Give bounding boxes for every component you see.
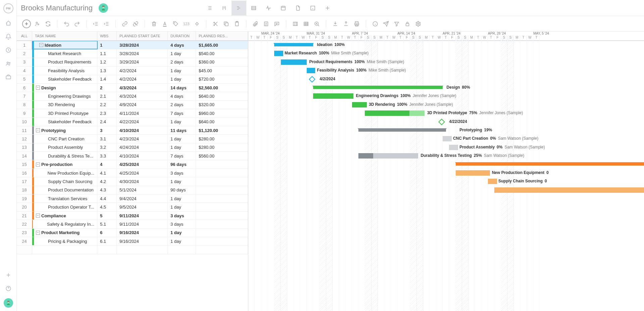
start-cell[interactable]: 9/11/2024 [117, 220, 168, 228]
task-cell[interactable]: Translation Services [32, 194, 97, 203]
duration-cell[interactable]: 1 day [168, 135, 196, 143]
clock-icon[interactable] [5, 46, 12, 54]
gantt-bar[interactable] [443, 136, 452, 141]
wbs-cell[interactable]: 4.3 [97, 186, 117, 194]
task-cell[interactable]: Stakeholder Feedback [32, 118, 97, 126]
row-number[interactable]: 19 [17, 194, 32, 203]
start-cell[interactable]: 5/1/2024 [117, 186, 168, 194]
start-cell[interactable]: 4/24/2024 [117, 143, 168, 151]
wbs-cell[interactable]: 2.2 [97, 101, 117, 109]
gantt-bar[interactable] [456, 170, 490, 176]
table-row[interactable]: 13Product Assembly3.24/24/20241 day$280.… [17, 143, 248, 152]
format-123-icon[interactable]: 123 [182, 19, 191, 28]
wbs-cell[interactable]: 5 [97, 212, 117, 220]
collapse-icon[interactable]: − [36, 163, 40, 167]
gantt-chart[interactable]: MAR, 24 '24MAR, 31 '24APR, 7 '24APR, 14 … [248, 32, 644, 311]
gantt-bar[interactable] [494, 187, 644, 193]
duration-cell[interactable]: 3 days [168, 212, 196, 220]
task-cell[interactable]: New Production Equip... [32, 169, 97, 177]
collapse-icon[interactable]: − [39, 43, 43, 47]
milestone-icon[interactable] [193, 19, 201, 28]
start-cell[interactable]: 9/4/2024 [117, 194, 168, 203]
row-number[interactable]: 8 [17, 101, 32, 109]
row-number[interactable]: 22 [17, 220, 32, 228]
gantt-bar[interactable] [365, 110, 425, 116]
gantt-bar[interactable] [274, 51, 283, 56]
wbs-cell[interactable]: 4.1 [97, 169, 117, 177]
start-cell[interactable]: 4/22/2024 [117, 118, 168, 126]
task-cell[interactable]: −Product Marketing [32, 229, 97, 237]
table-row[interactable]: 19Translation Services4.49/4/20241 day [17, 194, 248, 203]
row-number[interactable]: 15 [17, 160, 32, 168]
duration-cell[interactable]: 1 day [168, 49, 196, 57]
start-cell[interactable]: 4/3/2024 [117, 84, 168, 92]
resource-cell[interactable] [196, 203, 248, 211]
start-cell[interactable]: 4/9/2024 [117, 101, 168, 109]
table-row[interactable]: 23−Product Marketing69/16/20241 day [17, 229, 248, 237]
wbs-cell[interactable]: 3.3 [97, 152, 117, 160]
gantt-bar[interactable] [352, 102, 367, 107]
task-cell[interactable]: Production Operator T... [32, 203, 97, 211]
paste-icon[interactable] [233, 19, 241, 28]
calendar-view-icon[interactable] [276, 1, 291, 15]
resource-cell[interactable]: $540.00 [196, 49, 248, 57]
gantt-row[interactable]: Ideation100% [248, 41, 644, 49]
gantt-row[interactable]: 3D Printed Prototype75%Jennifer Jones (S… [248, 109, 644, 118]
wbs-cell[interactable]: 5.1 [97, 220, 117, 228]
row-number[interactable]: 5 [17, 75, 32, 83]
duration-cell[interactable]: 1 day [168, 118, 196, 126]
help-icon[interactable] [5, 285, 12, 292]
send-icon[interactable] [382, 19, 390, 28]
text-color-icon[interactable] [160, 19, 169, 28]
gantt-bar[interactable] [281, 59, 307, 65]
collapse-icon[interactable]: − [36, 86, 40, 90]
resource-cell[interactable]: $960.00 [196, 109, 248, 117]
gantt-row[interactable]: Engineering Drawings100%Jennifer Jones (… [248, 92, 644, 100]
gantt-row[interactable]: Product Requirements100%Mike Smith (Samp… [248, 58, 644, 66]
resource-cell[interactable]: $560.00 [196, 152, 248, 160]
table-row[interactable]: 12CNC Part Creation3.14/23/20241 day$280… [17, 135, 248, 143]
duration-cell[interactable]: 3 days [168, 220, 196, 228]
table-row[interactable]: 21−Compliance59/11/20243 days [17, 212, 248, 220]
row-number[interactable]: 23 [17, 229, 32, 237]
gantt-bar[interactable] [488, 179, 497, 184]
resource-cell[interactable] [196, 186, 248, 194]
duration-cell[interactable]: 90 days [168, 186, 196, 194]
wbs-cell[interactable]: 1.3 [97, 66, 117, 75]
duration-cell[interactable]: 4 days [168, 92, 196, 100]
task-cell[interactable]: Stakeholder Feedback [32, 75, 97, 83]
lock-icon[interactable] [403, 19, 412, 28]
start-cell[interactable]: 4/3/2024 [117, 92, 168, 100]
table-row[interactable]: 1−Ideation13/28/20244 days$1,665.00 [17, 41, 248, 49]
row-number[interactable]: 3 [17, 58, 32, 66]
gantt-bar[interactable] [313, 93, 353, 99]
gantt-bar[interactable] [358, 153, 418, 159]
duration-cell[interactable]: 3 days [168, 169, 196, 177]
resource-cell[interactable]: $640.00 [196, 92, 248, 100]
activity-view-icon[interactable] [261, 1, 276, 15]
row-number[interactable]: 16 [17, 169, 32, 177]
duration-cell[interactable]: 96 days [168, 160, 196, 168]
gantt-row[interactable]: 4/22/2024 [248, 118, 644, 126]
collapse-icon[interactable]: − [36, 231, 40, 235]
table-row[interactable]: 2Market Research1.13/28/20241 day$540.00 [17, 49, 248, 58]
project-avatar[interactable] [99, 3, 108, 13]
gantt-row[interactable] [248, 212, 644, 220]
milestone-icon[interactable] [309, 76, 315, 83]
wbs-cell[interactable]: 4 [97, 160, 117, 168]
file-view-icon[interactable] [291, 1, 305, 15]
col-task-name[interactable]: TASK NAME [32, 32, 97, 40]
trash-icon[interactable] [150, 19, 158, 28]
home-icon[interactable] [5, 19, 12, 27]
gantt-row[interactable]: Durability & Stress Testing25%Sam Watson… [248, 152, 644, 160]
milestone-icon[interactable] [438, 119, 445, 125]
gantt-row[interactable] [248, 237, 644, 246]
task-cell[interactable]: Durability & Stress Te... [32, 152, 97, 160]
app-logo[interactable]: PM [3, 3, 13, 13]
assign-icon[interactable] [33, 19, 42, 28]
start-cell[interactable]: 4/23/2024 [117, 135, 168, 143]
row-number[interactable]: 7 [17, 92, 32, 100]
table-row[interactable]: 20Production Operator T...4.59/5/20241 d… [17, 203, 248, 211]
refresh-icon[interactable] [44, 19, 52, 28]
wbs-cell[interactable]: 4.4 [97, 194, 117, 203]
